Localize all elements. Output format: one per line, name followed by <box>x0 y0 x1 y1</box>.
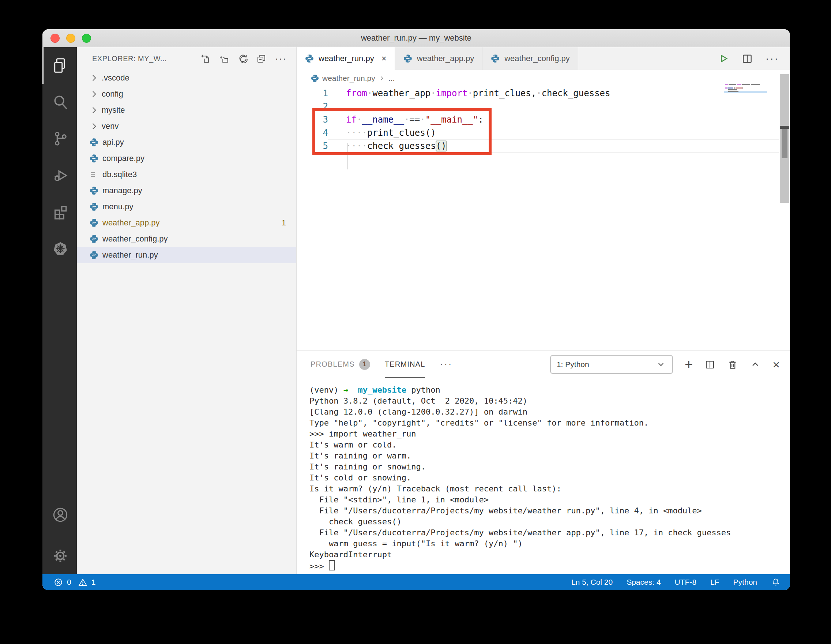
breadcrumb-file[interactable]: weather_run.py <box>322 74 375 83</box>
window-controls <box>51 29 91 47</box>
tree-item-api.py[interactable]: api.py <box>77 134 296 150</box>
cursor-position[interactable]: Ln 5, Col 20 <box>572 578 613 587</box>
terminal-line: It's raining or snowing. <box>309 461 790 472</box>
indentation[interactable]: Spaces: 4 <box>627 578 661 587</box>
scrollbar-marker <box>780 126 789 129</box>
tree-item-mysite[interactable]: mysite <box>77 102 296 118</box>
terminal-output[interactable]: (venv) → my_website pythonPython 3.8.2 (… <box>297 378 790 574</box>
tree-item-weather_app.py[interactable]: weather_app.py1 <box>77 215 296 231</box>
minimap-line <box>725 89 737 90</box>
activity-bar <box>43 47 77 574</box>
annotation-box <box>312 108 492 155</box>
tree-item-label: api.py <box>102 137 124 147</box>
breadcrumb-symbol[interactable]: ... <box>388 74 395 83</box>
tree-item-manage.py[interactable]: manage.py <box>77 183 296 199</box>
new-terminal-icon[interactable]: + <box>685 357 693 371</box>
source-control-icon[interactable] <box>43 120 77 157</box>
terminal-line: It's raining or warm. <box>309 450 790 461</box>
editor-actions: ··· <box>717 47 790 70</box>
tree-item-label: .vscode <box>102 73 129 83</box>
settings-gear-icon[interactable] <box>43 537 77 574</box>
terminal-line: File "/Users/ducoterra/Projects/my_websi… <box>309 527 790 538</box>
errors-icon <box>53 577 63 587</box>
refresh-icon[interactable] <box>238 54 248 64</box>
tab-weather_config.py[interactable]: weather_config.py <box>482 47 578 70</box>
tree-item-label: mysite <box>102 105 125 115</box>
close-panel-icon[interactable]: × <box>772 358 780 371</box>
terminal-line: It's warm or cold. <box>309 440 790 450</box>
run-python-file-icon[interactable] <box>717 53 729 64</box>
collapse-folders-icon[interactable] <box>256 54 266 64</box>
folder-chevron-icon <box>89 89 99 99</box>
python-file-icon <box>89 218 99 228</box>
tree-item-label: db.sqlite3 <box>102 170 137 179</box>
python-file-icon <box>490 54 500 63</box>
panel-more-icon[interactable]: ··· <box>439 359 452 370</box>
tree-item-label: weather_app.py <box>102 218 160 228</box>
new-folder-icon[interactable] <box>219 54 229 64</box>
terminal-select-value: 1: Python <box>557 360 589 369</box>
tree-item-.vscode[interactable]: .vscode <box>77 70 296 86</box>
editor-pane: weather_run.py ... 1from·weather_app·imp… <box>297 70 790 350</box>
warning-count: 1 <box>91 578 96 587</box>
status-bar: 0 1 Ln 5, Col 20 Spaces: 4 UTF-8 LF Pyth… <box>43 574 790 590</box>
tab-terminal[interactable]: TERMINAL <box>385 351 425 378</box>
editor-group: weather_run.py× weather_app.py weather_c… <box>297 47 790 574</box>
editor-scrollbar[interactable] <box>780 74 789 203</box>
minimize-window-button[interactable] <box>66 33 75 43</box>
folder-chevron-icon <box>89 73 99 83</box>
tree-item-compare.py[interactable]: compare.py <box>77 150 296 166</box>
folder-chevron-icon <box>89 105 99 115</box>
account-icon[interactable] <box>43 497 77 533</box>
tab-list: weather_run.py× weather_app.py weather_c… <box>297 47 578 70</box>
run-debug-icon[interactable] <box>43 157 77 194</box>
close-window-button[interactable] <box>51 33 60 43</box>
code-line-1[interactable]: 1from·weather_app·import·print_clues,·ch… <box>297 87 790 100</box>
desktop-background: weather_run.py — my_website <box>0 0 831 644</box>
python-file-icon <box>89 186 99 195</box>
scrollbar-thumb[interactable] <box>782 129 788 158</box>
terminal-select[interactable]: 1: Python <box>550 355 673 374</box>
tree-item-label: manage.py <box>102 186 142 195</box>
explorer-more-icon[interactable]: ··· <box>275 54 287 63</box>
explorer-icon[interactable] <box>43 47 77 84</box>
notifications-bell-icon[interactable] <box>771 577 780 587</box>
kill-terminal-trash-icon[interactable] <box>727 359 738 370</box>
tree-item-venv[interactable]: venv <box>77 118 296 134</box>
split-editor-icon[interactable] <box>741 53 753 64</box>
tree-item-weather_config.py[interactable]: weather_config.py <box>77 231 296 247</box>
tree-item-menu.py[interactable]: menu.py <box>77 199 296 215</box>
language-mode[interactable]: Python <box>733 578 757 587</box>
kubernetes-icon[interactable] <box>43 230 77 267</box>
breadcrumb: weather_run.py ... <box>297 70 790 87</box>
problems-status[interactable]: 0 1 <box>53 577 96 587</box>
tree-item-weather_run.py[interactable]: weather_run.py <box>77 247 296 263</box>
tree-item-label: menu.py <box>102 202 133 212</box>
tree-item-config[interactable]: config <box>77 86 296 102</box>
zoom-window-button[interactable] <box>82 33 91 43</box>
eol-sequence[interactable]: LF <box>710 578 720 587</box>
terminal-line: [Clang 12.0.0 (clang-1200.0.32.27)] on d… <box>309 406 790 418</box>
extensions-icon[interactable] <box>43 194 77 230</box>
vscode-window: weather_run.py — my_website <box>43 29 790 590</box>
close-tab-icon[interactable]: × <box>382 53 387 64</box>
tab-label: weather_config.py <box>505 54 570 63</box>
code-line-content: from·weather_app·import·print_clues,·che… <box>328 87 790 100</box>
tab-weather_app.py[interactable]: weather_app.py <box>395 47 483 70</box>
maximize-panel-icon[interactable] <box>750 359 761 370</box>
tab-problems[interactable]: PROBLEMS 1 <box>310 351 370 378</box>
titlebar[interactable]: weather_run.py — my_website <box>43 29 790 47</box>
tab-weather_run.py[interactable]: weather_run.py× <box>297 47 395 70</box>
python-file-icon <box>89 250 99 260</box>
tree-item-db.sqlite3[interactable]: db.sqlite3 <box>77 166 296 183</box>
tab-label: weather_run.py <box>318 54 374 63</box>
search-icon[interactable] <box>43 84 77 120</box>
editor-more-icon[interactable]: ··· <box>766 53 779 64</box>
encoding[interactable]: UTF-8 <box>675 578 697 587</box>
sidebar-explorer: EXPLORER: MY_W... <box>77 47 297 574</box>
minimap[interactable] <box>725 84 766 99</box>
terminal-line: Is it warm? (y/n) Traceback (most recent… <box>309 483 790 494</box>
python-file-icon <box>89 137 99 147</box>
new-file-icon[interactable] <box>201 54 210 64</box>
split-terminal-icon[interactable] <box>704 359 715 370</box>
